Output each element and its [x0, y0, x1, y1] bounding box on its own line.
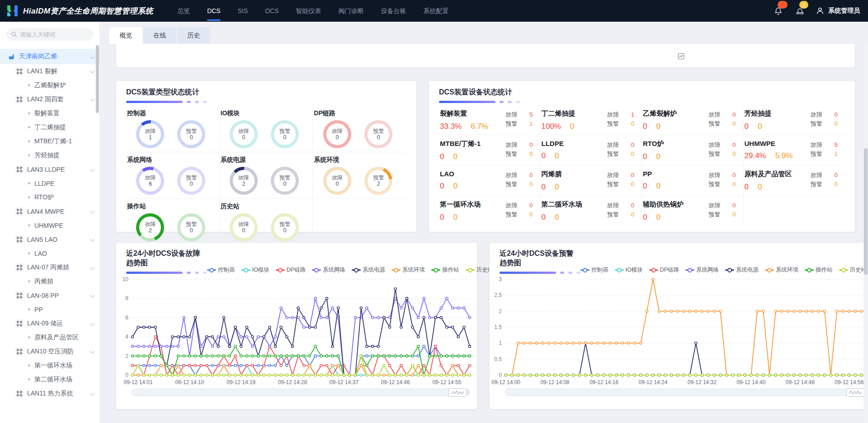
tree-leaf-丙烯腈[interactable]: 丙烯腈	[0, 274, 99, 288]
legend-item-DP链路[interactable]: DP链路	[649, 266, 679, 274]
legend-label: 操作站	[442, 266, 459, 274]
chevron-down-icon[interactable]	[90, 391, 95, 396]
tab-在线[interactable]: 在线	[143, 27, 176, 44]
legend-item-DP链路[interactable]: DP链路	[276, 266, 306, 274]
tree-group-LAN-07 丙烯腈[interactable]: LAN-07 丙烯腈	[0, 260, 99, 274]
nav-item-阀门诊断[interactable]: 阀门诊断	[330, 0, 373, 22]
tree-leaf-原料及产品管区[interactable]: 原料及产品管区	[0, 330, 99, 344]
tree-group-LAN10 空压消防[interactable]: LAN10 空压消防	[0, 344, 99, 358]
notification-bell-icon[interactable]: 52	[772, 5, 784, 17]
tree-group-LAN-08 PP[interactable]: LAN-08 PP	[0, 288, 99, 302]
tree-leaf-UHMWPE[interactable]: UHMWPE	[0, 218, 99, 232]
tab-概览[interactable]: 概览	[109, 27, 142, 44]
nav-item-总览[interactable]: 总览	[169, 0, 198, 22]
legend-item-控制器[interactable]: 控制器	[580, 266, 609, 274]
legend-item-历史站[interactable]: 历史站	[839, 266, 867, 274]
svg-text:2: 2	[499, 308, 502, 315]
legend-item-IO模块[interactable]: IO模块	[241, 266, 269, 274]
sidebar-search[interactable]	[6, 28, 93, 41]
tree-leaf-LLDPE[interactable]: LLDPE	[0, 176, 99, 190]
chevron-down-icon[interactable]	[90, 349, 95, 354]
tree-leaf-第二循环水场[interactable]: 第二循环水场	[0, 372, 99, 386]
tree-group-LAN4 MWPE[interactable]: LAN4 MWPE	[0, 204, 99, 218]
device-warn-rate: 0	[453, 182, 457, 191]
datazoom-handle[interactable]	[846, 388, 864, 397]
alarm-light-icon[interactable]: 2	[794, 5, 806, 17]
topology-icon	[15, 67, 24, 75]
nav-item-DCS[interactable]: DCS	[198, 0, 229, 22]
tree-group-LAN2 国四套[interactable]: LAN2 国四套	[0, 92, 99, 106]
status-value: 0	[630, 201, 634, 210]
tree-leaf-label: UHMWPE	[34, 222, 94, 229]
tree-leaf-裂解装置[interactable]: 裂解装置	[0, 106, 99, 120]
chevron-down-icon[interactable]	[90, 54, 95, 59]
chevron-down-icon[interactable]	[90, 167, 95, 172]
tree-group-LAN-09 储运[interactable]: LAN-09 储运	[0, 316, 99, 330]
device-fault-rate: 0	[643, 213, 647, 222]
device-name: RTO炉	[643, 140, 664, 148]
chevron-down-icon[interactable]	[90, 321, 95, 326]
chevron-down-icon[interactable]	[90, 265, 95, 270]
chevron-down-icon[interactable]	[90, 97, 95, 102]
datazoom-grip[interactable]	[466, 390, 469, 395]
legend-item-系统电源[interactable]: 系统电源	[725, 266, 759, 274]
device-status: 故障0预警0	[709, 109, 736, 131]
nav-item-设备台账[interactable]: 设备台账	[373, 0, 415, 22]
tree-leaf-芳烃抽提[interactable]: 芳烃抽提	[0, 148, 99, 162]
legend-item-控制器[interactable]: 控制器	[207, 266, 235, 274]
legend-label: 系统网络	[696, 266, 719, 274]
nav-item-SIS[interactable]: SIS	[229, 0, 257, 22]
donut-value: 2	[149, 227, 152, 234]
sidebar-scrollbar[interactable]	[96, 26, 99, 415]
nav-item-智能仪表[interactable]: 智能仪表	[288, 0, 330, 22]
tree-leaf-乙烯裂解炉[interactable]: 乙烯裂解炉	[0, 78, 99, 92]
legend-item-系统网络[interactable]: 系统网络	[685, 266, 719, 274]
legend-item-操作站[interactable]: 操作站	[431, 266, 459, 274]
tree-group-LAN1 裂解[interactable]: LAN1 裂解	[0, 64, 99, 78]
tree-leaf-LAO[interactable]: LAO	[0, 246, 99, 260]
search-input[interactable]	[20, 31, 83, 38]
legend-item-系统网络[interactable]: 系统网络	[312, 266, 345, 274]
chevron-down-icon[interactable]	[90, 237, 95, 242]
status-row: 预警0	[811, 119, 838, 128]
legend-item-操作站[interactable]: 操作站	[805, 266, 833, 274]
datazoom-handle[interactable]	[448, 388, 467, 397]
legend-item-系统环境[interactable]: 系统环境	[392, 266, 425, 274]
donut-故障: 故障0	[230, 120, 258, 148]
device-warn-rate: 0	[758, 122, 762, 131]
tree-leaf-第一循环水场[interactable]: 第一循环水场	[0, 358, 99, 372]
device-status: 故障0预警0	[607, 140, 634, 161]
topology-icon	[15, 95, 24, 103]
user-menu[interactable]: 系统管理员	[816, 6, 860, 15]
tree-group-LAN3 LLDPE[interactable]: LAN3 LLDPE	[0, 162, 99, 176]
chevron-down-icon[interactable]	[90, 209, 95, 214]
status-row: 故障5	[506, 110, 533, 119]
tab-历史[interactable]: 历史	[177, 27, 210, 44]
page-scrollbar[interactable]	[863, 43, 868, 423]
card-trend-icon[interactable]	[678, 53, 684, 60]
legend-ring	[314, 268, 319, 273]
type-name: DP链路	[314, 109, 402, 118]
device-values: 00	[542, 213, 582, 222]
legend-item-系统电源[interactable]: 系统电源	[352, 266, 385, 274]
device-status: 故障1预警0	[607, 109, 634, 131]
tree-leaf-PP[interactable]: PP	[0, 302, 99, 316]
tree-root-item[interactable]: 天津南岗乙烯	[0, 49, 99, 64]
tree-leaf-RTO炉[interactable]: RTO炉	[0, 190, 99, 204]
leaf-dot-icon	[28, 336, 30, 338]
warn-chart-datazoom-slider[interactable]	[505, 389, 868, 396]
legend-item-系统环境[interactable]: 系统环境	[765, 266, 798, 274]
fault-chart-datazoom-slider[interactable]	[132, 389, 470, 396]
nav-item-OCS[interactable]: OCS	[256, 0, 287, 22]
legend-item-IO模块[interactable]: IO模块	[615, 266, 643, 274]
tree-group-LAN11 热力系统[interactable]: LAN11 热力系统	[0, 386, 99, 400]
status-label: 预警	[506, 180, 518, 189]
tree-group-LAN5 LAO[interactable]: LAN5 LAO	[0, 232, 99, 246]
tree-leaf-丁二烯抽提[interactable]: 丁二烯抽提	[0, 120, 99, 134]
chevron-down-icon[interactable]	[90, 69, 95, 74]
tree-leaf-MTBE/丁烯-1[interactable]: MTBE/丁烯-1	[0, 134, 99, 148]
chevron-down-icon[interactable]	[90, 293, 95, 298]
nav-item-系统配置[interactable]: 系统配置	[415, 0, 458, 22]
topology-icon	[15, 165, 24, 174]
status-row: 故障0	[811, 110, 838, 119]
